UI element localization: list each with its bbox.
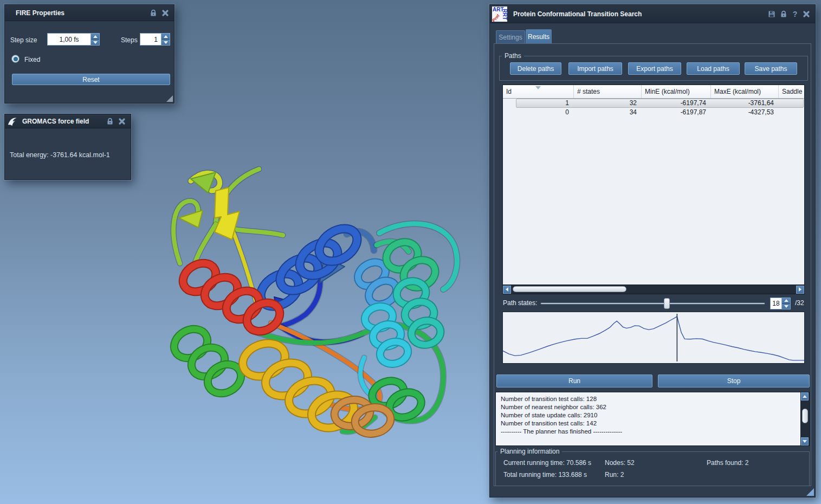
delete-paths-button[interactable]: Delete paths	[510, 62, 561, 75]
scrollbar-thumb[interactable]	[513, 286, 626, 292]
import-paths-button[interactable]: Import paths	[568, 62, 622, 75]
reset-button[interactable]: Reset	[12, 74, 170, 85]
cell-states: 32	[574, 99, 642, 108]
column-header-saddle[interactable]: Saddle (k	[779, 85, 804, 98]
steps-value[interactable]: 1	[140, 34, 161, 45]
path-states-label: Path states:	[503, 299, 537, 307]
step-size-label: Step size	[10, 36, 37, 44]
scrollbar-track[interactable]	[511, 285, 796, 294]
search-panel-titlebar[interactable]: ART RRT Prot Protein Conformational Tran…	[490, 5, 815, 23]
horizontal-scrollbar[interactable]	[503, 285, 804, 294]
radio-dot	[14, 57, 18, 61]
loop-chartreuse-1	[173, 201, 198, 263]
down-arrow-icon	[164, 41, 168, 44]
nodes-count: Nodes: 52	[605, 459, 635, 467]
log-line: ---------- The planner has finished ----…	[501, 428, 800, 436]
column-header-maxe[interactable]: MaxE (kcal/mol)	[711, 85, 779, 98]
table-row[interactable]: 1 32 -6197,74 -3761,64	[503, 99, 804, 108]
vertical-scrollbar[interactable]	[800, 392, 809, 445]
resize-grip[interactable]	[806, 488, 814, 496]
path-states-value[interactable]: 18	[771, 298, 781, 309]
path-states-increment-button[interactable]	[782, 298, 790, 303]
paths-table-header: Id # states MinE (kcal/mol) MaxE (kcal/m…	[503, 85, 804, 99]
tab-settings[interactable]: Settings	[496, 30, 525, 43]
save-paths-button[interactable]: Save paths	[745, 62, 797, 75]
column-header-mine[interactable]: MinE (kcal/mol)	[642, 85, 711, 98]
steps-increment-button[interactable]	[161, 34, 170, 39]
close-icon[interactable]	[802, 10, 811, 18]
path-states-slider[interactable]	[540, 298, 765, 309]
cell-maxe: -4327,53	[711, 108, 779, 117]
close-icon[interactable]	[161, 9, 170, 17]
run-count: Run: 2	[605, 471, 624, 479]
step-size-value[interactable]: 1,00 fs	[48, 34, 90, 45]
fire-panel-titlebar[interactable]: FIRE Properties	[5, 5, 174, 21]
log-line: Number of transition test calls: 142	[501, 419, 800, 428]
up-arrow-icon	[164, 35, 168, 38]
helix-green-bl	[169, 324, 246, 399]
run-button[interactable]: Run	[496, 374, 652, 387]
right-arrow-icon	[799, 287, 801, 292]
resize-grip[interactable]	[166, 95, 173, 102]
down-arrow-icon	[93, 41, 98, 44]
path-states-decrement-button[interactable]	[782, 303, 790, 309]
table-row[interactable]: 0 34 -6197,87 -4327,53	[503, 108, 804, 117]
scroll-left-button[interactable]	[503, 286, 511, 294]
steps-label: Steps	[121, 36, 138, 44]
cell-saddle	[779, 99, 804, 108]
column-header-label: Id	[506, 88, 512, 95]
lock-icon[interactable]	[106, 117, 114, 126]
stop-button[interactable]: Stop	[658, 374, 810, 387]
log-text-area[interactable]: Number of transition test calls: 128 Num…	[496, 392, 800, 445]
search-panel-title: Protein Conformational Transition Search	[513, 10, 642, 18]
down-arrow-icon	[784, 305, 788, 308]
total-energy-text: Total energy: -3761.64 kcal.mol-1	[10, 151, 110, 159]
fire-properties-panel: FIRE Properties Step size 1,00 fs Steps	[4, 4, 174, 104]
lock-icon[interactable]	[779, 10, 788, 18]
scroll-down-button[interactable]	[801, 437, 809, 445]
column-header-label: Saddle (k	[782, 88, 804, 95]
cell-mine: -6197,74	[642, 99, 711, 108]
close-icon[interactable]	[118, 117, 126, 126]
log-line: Number of state update calls: 2910	[501, 411, 800, 419]
help-icon[interactable]: ?	[791, 10, 799, 18]
slider-handle[interactable]	[664, 298, 670, 309]
tab-results[interactable]: Results	[526, 29, 552, 43]
scroll-up-button[interactable]	[801, 392, 809, 400]
slider-groove[interactable]	[540, 302, 765, 305]
step-size-spinbox[interactable]: 1,00 fs	[47, 33, 100, 46]
scroll-right-button[interactable]	[796, 286, 804, 294]
export-paths-button[interactable]: Export paths	[628, 62, 681, 75]
step-size-increment-button[interactable]	[91, 34, 99, 39]
column-header-states[interactable]: # states	[574, 85, 642, 98]
step-size-decrement-button[interactable]	[91, 39, 99, 45]
table-empty-area	[503, 117, 804, 285]
planning-information-groupbox	[495, 451, 810, 486]
helix-green-br	[369, 377, 424, 422]
scrollbar-thumb[interactable]	[802, 409, 808, 423]
paths-table: Id # states MinE (kcal/mol) MaxE (kcal/m…	[502, 85, 805, 294]
current-running-time: Current running time: 70.586 s	[503, 459, 591, 467]
3d-viewport[interactable]: FIRE Properties Step size 1,00 fs Steps	[0, 0, 821, 504]
column-header-id[interactable]: Id	[503, 85, 574, 98]
paths-group-label: Paths	[502, 52, 524, 60]
steps-spinbox[interactable]: 1	[140, 33, 170, 46]
lock-icon[interactable]	[149, 9, 158, 17]
save-icon[interactable]	[767, 10, 776, 18]
art-rrt-logo-icon: ART RRT Prot	[492, 6, 508, 22]
steps-decrement-button[interactable]	[161, 39, 170, 45]
energy-profile-plot	[503, 312, 804, 363]
gromacs-panel-titlebar[interactable]: GROMACS force field	[5, 114, 131, 128]
logo-rrt-text: RRT	[502, 9, 508, 20]
gromacs-panel-title: GROMACS force field	[22, 118, 89, 125]
energy-profile-chart[interactable]	[502, 312, 805, 364]
scrollbar-track[interactable]	[801, 400, 809, 437]
fixed-radio[interactable]	[11, 55, 20, 63]
planner-log[interactable]: Number of transition test calls: 128 Num…	[495, 392, 810, 446]
cell-states: 34	[574, 108, 642, 117]
cell-mine: -6197,87	[642, 108, 711, 117]
cell-id: 0	[503, 108, 574, 117]
load-paths-button[interactable]: Load paths	[687, 62, 740, 75]
transition-search-panel: ART RRT Prot Protein Conformational Tran…	[489, 4, 816, 497]
path-states-spinbox[interactable]: 18	[770, 298, 791, 309]
